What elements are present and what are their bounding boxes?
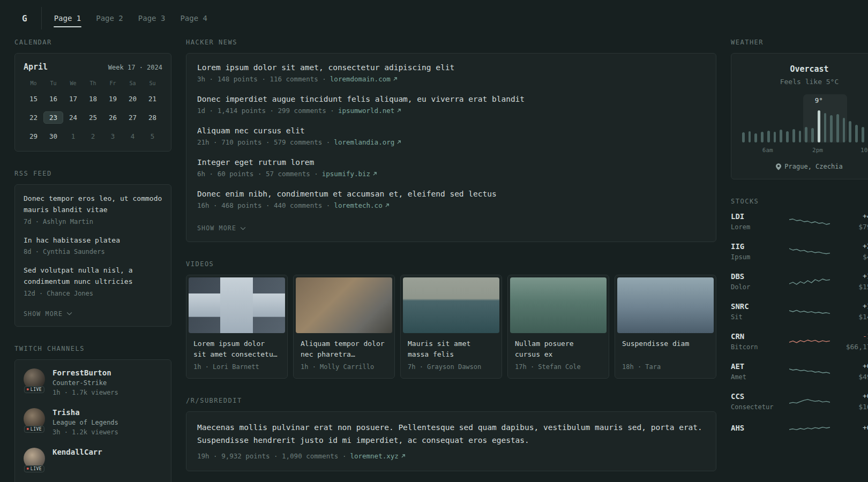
stock-sparkline <box>789 245 830 259</box>
chevron-down-icon <box>240 227 246 230</box>
page-tab[interactable]: Page 1 <box>54 9 82 27</box>
calendar-day[interactable]: 15 <box>24 93 43 105</box>
calendar-day[interactable]: 21 <box>143 93 162 105</box>
rss-item[interactable]: In hac habitasse platea 8d · Cynthia Sau… <box>24 235 162 256</box>
calendar-day[interactable]: 16 <box>43 93 63 105</box>
video-title: Mauris sit amet massa felis <box>408 338 495 360</box>
page-tab[interactable]: Page 3 <box>138 9 166 27</box>
stock-row[interactable]: LDI Lorem +4.35% $795.18 <box>731 212 868 231</box>
stock-row[interactable]: CCS Consectetur +0.51% $165.84 <box>731 392 868 411</box>
hn-item-domain-link[interactable]: ipsumify.biz <box>322 170 377 178</box>
hn-item-domain-link[interactable]: loremdomain.com <box>330 75 398 83</box>
hackernews-item[interactable]: Aliquam nec cursus elit 21h · 710 points… <box>197 126 705 146</box>
weather-bar <box>843 118 845 142</box>
calendar-day[interactable]: 23 <box>43 111 63 124</box>
video-thumbnail <box>403 277 499 333</box>
calendar-day[interactable]: 28 <box>143 111 162 124</box>
weather-location-row[interactable]: Prague, Czechia <box>740 163 868 170</box>
twitch-channel-row[interactable]: LIVE Trisha League of Legends 3h · 1.2k … <box>24 408 162 436</box>
hn-item-title: Integer eget rutrum lorem <box>197 158 705 167</box>
subreddit-card: Maecenas mollis pulvinar erat non posuer… <box>186 411 716 471</box>
hackernews-item[interactable]: Integer eget rutrum lorem 6h · 60 points… <box>197 158 705 178</box>
video-thumbnail <box>510 277 607 333</box>
calendar-day[interactable]: 29 <box>24 130 43 142</box>
subreddit-widget-title: /R/SUBREDDIT <box>186 397 716 404</box>
calendar-day[interactable]: 20 <box>123 93 143 105</box>
hackernews-item[interactable]: Donec enim nibh, condimentum et accumsan… <box>197 190 705 209</box>
hackernews-item[interactable]: Donec imperdiet augue tincidunt felis al… <box>197 95 705 115</box>
videos-row: Lorem ipsum dolor sit amet consectetu… 1… <box>186 275 716 379</box>
stock-row[interactable]: AET Amet +0.92% $499.72 <box>731 362 868 381</box>
show-more-label: SHOW MORE <box>197 224 236 232</box>
stock-name: Sit <box>731 313 789 321</box>
calendar-day[interactable]: 26 <box>103 111 123 124</box>
stocks-list: LDI Lorem +4.35% $795.18 IIG Ipsum <box>731 212 868 436</box>
stock-row[interactable]: DBS Dolor +1.42% $156.28 <box>731 272 868 291</box>
stock-row[interactable]: CRN Bitcorn -1.00% $66,171.48 <box>731 332 868 351</box>
calendar-day[interactable]: 24 <box>63 111 83 124</box>
external-link-icon <box>396 140 401 145</box>
hn-item-domain-link[interactable]: ipsumworld.net <box>338 107 401 115</box>
page-tab[interactable]: Page 2 <box>95 9 124 27</box>
calendar-day[interactable]: 5 <box>143 130 162 142</box>
domain-text: loremnet.xyz <box>350 452 398 460</box>
external-link-icon <box>372 171 377 176</box>
video-card[interactable]: Suspendisse diam 18h · Tara <box>615 275 716 379</box>
calendar-day[interactable]: 4 <box>123 130 143 142</box>
page-tab[interactable]: Page 4 <box>179 9 208 27</box>
channel-meta: 1h · 1.7k viewers <box>53 389 118 396</box>
rss-widget: RSS FEED Donec tempor eros leo, ut commo… <box>14 170 171 327</box>
calendar-dow-label: Su <box>143 80 162 86</box>
post-domain-link[interactable]: loremnet.xyz <box>350 452 405 460</box>
hackernews-show-more-button[interactable]: SHOW MORE <box>197 224 246 232</box>
calendar-day[interactable]: 27 <box>123 111 143 124</box>
hn-item-meta: 6h · 60 points · 57 comments · <box>197 170 318 178</box>
weather-bar <box>836 114 839 142</box>
post-meta: 19h · 9,932 points · 1,090 comments · <box>197 452 346 460</box>
twitch-channel-row[interactable]: LIVE KendallCarr <box>24 448 162 469</box>
domain-text: loremtech.co <box>334 201 382 209</box>
rss-item-title: Donec tempor eros leo, ut commodo mauris… <box>24 193 162 216</box>
calendar-day[interactable]: 3 <box>103 130 123 142</box>
live-dot-icon <box>27 428 29 430</box>
stock-values: +1.36% $148.64 <box>830 302 868 321</box>
calendar-day[interactable]: 18 <box>83 93 103 105</box>
rss-widget-title: RSS FEED <box>14 170 171 177</box>
hackernews-card: Lorem ipsum dolor sit amet, consectetur … <box>186 53 716 242</box>
hn-item-meta: 21h · 710 points · 579 comments · <box>197 138 330 146</box>
twitch-channel-row[interactable]: LIVE ForrestBurton Counter-Strike 1h · 1… <box>24 368 162 396</box>
video-card[interactable]: Nullam posuere cursus ex 17h · Stefan Co… <box>507 275 609 379</box>
video-card[interactable]: Lorem ipsum dolor sit amet consectetu… 1… <box>186 275 288 379</box>
calendar-day-grid: 1516171819202122232425262728293012345 <box>24 93 162 142</box>
video-card[interactable]: Aliquam tempor dolor nec pharetra… 1h · … <box>293 275 395 379</box>
rss-show-more-button[interactable]: SHOW MORE <box>24 310 72 318</box>
hn-item-domain-link[interactable]: loremlandia.org <box>334 138 401 146</box>
videos-widget: VIDEOS Lorem ipsum dolor sit amet consec… <box>186 260 716 379</box>
calendar-day[interactable]: 30 <box>43 130 63 142</box>
rss-item[interactable]: Donec tempor eros leo, ut commodo mauris… <box>24 193 162 225</box>
twitch-widget: TWITCH CHANNELS LIVE <box>14 345 171 482</box>
calendar-day[interactable]: 25 <box>83 111 103 124</box>
weather-bar <box>799 131 802 142</box>
page-tabs: Page 1 Page 2 Page 3 Page 4 <box>54 0 208 36</box>
stock-symbol: CCS <box>731 392 789 401</box>
calendar-day[interactable]: 19 <box>103 93 123 105</box>
live-dot-icon <box>27 468 29 470</box>
stock-identity: CCS Consectetur <box>731 392 789 411</box>
hn-item-domain-link[interactable]: loremtech.co <box>334 201 389 209</box>
stock-row[interactable]: AHS +0.46% <box>731 422 868 436</box>
app-logo[interactable]: G <box>14 13 41 24</box>
weather-bar <box>824 113 827 142</box>
stock-row[interactable]: IIG Ipsum +2.84% $42.04 <box>731 242 868 261</box>
hackernews-item[interactable]: Lorem ipsum dolor sit amet, consectetur … <box>197 63 705 83</box>
rss-item[interactable]: Sed volutpat nulla nisl, a condimentum n… <box>24 265 162 297</box>
calendar-day[interactable]: 2 <box>83 130 103 142</box>
calendar-day[interactable]: 17 <box>63 93 83 105</box>
video-card[interactable]: Mauris sit amet massa felis 7h · Grayson… <box>400 275 502 379</box>
calendar-day[interactable]: 1 <box>63 130 83 142</box>
calendar-day[interactable]: 22 <box>24 111 43 124</box>
rss-item-meta: 8d · Cynthia Saunders <box>24 248 162 255</box>
subreddit-post[interactable]: Maecenas mollis pulvinar erat non posuer… <box>197 421 705 460</box>
stock-sparkline <box>789 275 830 289</box>
stock-row[interactable]: SNRC Sit +1.36% $148.64 <box>731 302 868 321</box>
